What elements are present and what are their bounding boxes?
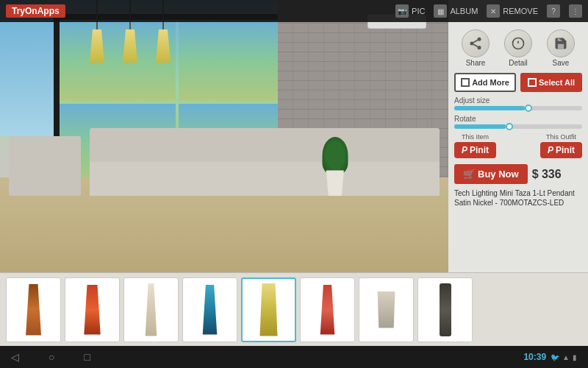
rotate-label: Rotate (454, 115, 582, 123)
brand-badge: TryOnApps (6, 4, 65, 18)
menu-icon: ⋮ (569, 4, 582, 18)
svg-point-2 (478, 46, 481, 49)
this-item-label: This Item (462, 133, 489, 141)
thumb-6[interactable] (300, 277, 355, 342)
this-item-pinit-label: Pinit (470, 145, 489, 155)
pinit-p-icon: P (462, 145, 467, 155)
thumb-2[interactable] (65, 277, 120, 342)
share-label: Share (466, 59, 486, 67)
battery-icon: ▮ (573, 353, 577, 361)
thumb-1[interactable] (6, 277, 61, 342)
save-label: Save (553, 59, 570, 67)
panel-icons-row: Share Detail (454, 29, 582, 67)
this-outfit-pinit-label: Pinit (556, 145, 575, 155)
clock: 10:39 (523, 352, 546, 362)
remove-label: REMOVE (503, 7, 538, 15)
lamp-thumb-3 (142, 283, 161, 336)
select-checkbox-icon (528, 78, 537, 87)
android-nav-buttons: ◁ ○ □ (11, 351, 90, 363)
camera-icon: 📷 (395, 4, 409, 18)
detail-label: Detail (509, 59, 528, 67)
adjust-size-section: Adjust size (454, 96, 582, 110)
cart-icon: 🛒 (463, 169, 475, 180)
plant (320, 137, 350, 196)
thumb-8[interactable] (417, 277, 473, 342)
pinit-row: This Item P Pinit This Outfit P Pinit (454, 133, 582, 158)
thumb-3[interactable] (123, 277, 179, 342)
add-more-label: Add More (472, 78, 509, 87)
shade-1 (90, 29, 104, 63)
album-icon: ▦ (434, 4, 447, 18)
thumb-5[interactable] (241, 277, 296, 342)
help-icon: ? (547, 4, 560, 18)
share-item[interactable]: Share (462, 29, 490, 67)
status-bar: 10:39 🐦 ▲ ▮ (523, 352, 577, 362)
detail-item[interactable]: Detail (504, 29, 532, 67)
pic-label: PIC (412, 7, 425, 15)
select-all-label: Select All (539, 78, 575, 87)
lamp-thumb-1 (23, 284, 45, 336)
album-label: ALBUM (450, 7, 478, 15)
chair (9, 136, 81, 196)
lamp-thumb-6 (318, 285, 338, 335)
shade-3 (156, 29, 171, 63)
recents-button[interactable]: □ (84, 351, 90, 363)
home-button[interactable]: ○ (49, 351, 54, 363)
lamp-thumb-7 (374, 291, 399, 328)
plant-pot (324, 170, 346, 196)
right-panel: Share Detail (448, 0, 588, 272)
outfit-pinit-p-icon: P (548, 145, 553, 155)
help-button[interactable]: ? (547, 4, 560, 18)
adjust-size-track[interactable] (454, 106, 582, 110)
buy-row: 🛒 Buy Now $ 336 (454, 164, 582, 184)
bottom-thumbnails (0, 272, 588, 346)
twitter-icon: 🐦 (551, 353, 559, 361)
remove-button[interactable]: ✕ REMOVE (487, 4, 538, 18)
this-outfit-col: This Outfit P Pinit (540, 133, 582, 158)
this-item-pinit-button[interactable]: P Pinit (454, 142, 496, 158)
save-icon (547, 29, 575, 57)
wifi-icon: ▲ (562, 353, 570, 361)
remove-icon: ✕ (487, 4, 500, 18)
rotate-thumb[interactable] (506, 123, 513, 130)
this-item-col: This Item P Pinit (454, 133, 496, 158)
add-more-button[interactable]: Add More (454, 73, 516, 92)
rotate-track[interactable] (454, 124, 582, 129)
lamp-thumb-5 (258, 283, 280, 336)
svg-line-4 (473, 40, 478, 42)
android-nav-bar: ◁ ○ □ 10:39 🐦 ▲ ▮ (0, 346, 588, 368)
share-icon (462, 29, 490, 57)
back-button[interactable]: ◁ (11, 351, 19, 363)
adjust-size-label: Adjust size (454, 96, 582, 105)
this-outfit-label: This Outfit (546, 133, 576, 141)
sofa-seat (90, 162, 440, 196)
action-buttons-row: Add More Select All (454, 73, 582, 92)
buy-now-button[interactable]: 🛒 Buy Now (454, 164, 528, 184)
rotate-fill (454, 124, 506, 129)
buy-now-label: Buy Now (478, 169, 519, 180)
shade-2 (123, 29, 137, 63)
rotate-section: Rotate (454, 115, 582, 129)
menu-button[interactable]: ⋮ (569, 4, 582, 18)
product-name: Tech Lighting Mini Taza 1-Lt Pendant Sat… (454, 188, 582, 208)
select-all-button[interactable]: Select All (520, 73, 582, 92)
adjust-size-thumb[interactable] (525, 105, 532, 112)
plant-leaves (322, 137, 348, 174)
room-background (0, 0, 448, 272)
detail-icon (504, 29, 532, 57)
pic-button[interactable]: 📷 PIC (395, 4, 425, 18)
top-toolbar: TryOnApps 📷 PIC ▦ ALBUM ✕ REMOVE ? ⋮ (0, 0, 588, 22)
sofa (90, 128, 440, 197)
album-button[interactable]: ▦ ALBUM (434, 4, 478, 18)
thumb-4[interactable] (182, 277, 237, 342)
add-checkbox-icon (461, 78, 470, 87)
lamp-thumb-4 (200, 285, 220, 335)
status-icons: 🐦 ▲ ▮ (551, 353, 577, 361)
this-outfit-pinit-button[interactable]: P Pinit (540, 142, 582, 158)
lamp-thumb-8 (440, 283, 451, 336)
lamp-thumb-2 (82, 285, 103, 335)
thumb-7[interactable] (359, 277, 414, 342)
adjust-size-fill (454, 106, 525, 110)
save-item[interactable]: Save (547, 29, 575, 67)
svg-line-3 (473, 44, 478, 46)
